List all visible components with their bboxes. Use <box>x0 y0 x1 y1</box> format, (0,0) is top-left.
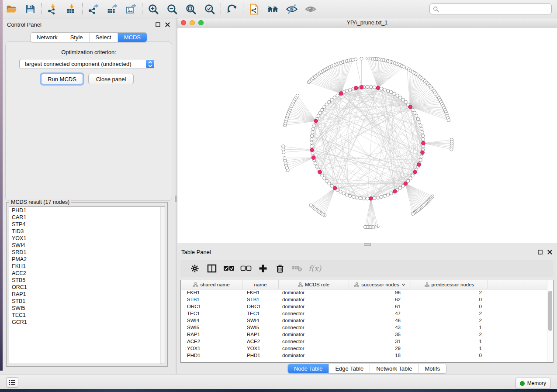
table-row-ORC1[interactable]: ORC1ORC1dominator610 <box>181 303 548 310</box>
tab-edge-table[interactable]: Edge Table <box>329 364 370 373</box>
zoom-fit-icon <box>185 3 197 15</box>
search-box[interactable] <box>429 3 552 14</box>
export-image-button[interactable] <box>125 3 137 15</box>
mcds-result-item[interactable]: TID3 <box>9 228 165 235</box>
mcds-result-item[interactable]: GCR1 <box>9 319 165 326</box>
memory-button[interactable]: Memory <box>515 378 550 389</box>
table-row-TEC1[interactable]: TEC1TEC1connector472 <box>181 310 548 317</box>
column-header-MCDS-role[interactable]: MCDS role <box>279 280 349 289</box>
export-network-button[interactable] <box>87 3 100 15</box>
cell-mcds_role: connector <box>279 311 349 316</box>
network-canvas[interactable] <box>177 28 557 243</box>
mcds-result-item[interactable]: SWI4 <box>9 242 165 249</box>
tab-mcds[interactable]: MCDS <box>118 33 147 42</box>
cell-successor_nodes: 31 <box>349 339 411 344</box>
refresh-button[interactable] <box>226 3 238 15</box>
float-panel-icon[interactable] <box>155 21 161 28</box>
mcds-result-item[interactable]: YOX1 <box>9 235 165 242</box>
trash-icon <box>276 264 284 273</box>
toolbar-separator <box>41 3 42 15</box>
close-panel-icon[interactable] <box>547 249 553 255</box>
zoom-selected-button[interactable] <box>204 3 216 15</box>
mcds-result-item[interactable]: STP4 <box>9 221 165 228</box>
search-input[interactable] <box>441 6 548 13</box>
mcds-list-scrollbar[interactable] <box>160 207 165 364</box>
table-row-ACE2[interactable]: ACE2ACE2connector311 <box>181 338 548 345</box>
table-row-FKH1[interactable]: FKH1FKH1dominator962 <box>181 289 548 296</box>
deselect-all-rows-button[interactable] <box>240 263 252 274</box>
column-header-name[interactable]: name <box>242 280 279 289</box>
export-table-button[interactable] <box>106 3 118 15</box>
tab-network-table[interactable]: Network Table <box>370 364 419 373</box>
mcds-result-item[interactable]: FKH1 <box>9 263 165 270</box>
mcds-result-item[interactable]: SWI5 <box>9 305 165 312</box>
open-file-button[interactable] <box>5 3 17 15</box>
column-header-shared-name[interactable]: shared name <box>181 280 242 289</box>
save-session-button[interactable] <box>24 3 36 15</box>
close-panel-icon[interactable] <box>164 21 170 28</box>
table-scrollbar[interactable] <box>547 280 553 362</box>
mcds-result-item[interactable]: STB1 <box>9 298 165 305</box>
import-network-icon <box>47 3 58 15</box>
mcds-result-item[interactable]: SRD1 <box>9 249 165 256</box>
cell-name: PHD1 <box>242 353 279 358</box>
mcds-result-item[interactable]: CAR1 <box>9 214 165 221</box>
mcds-result-item[interactable]: ORC1 <box>9 284 165 291</box>
tab-motifs[interactable]: Motifs <box>419 364 446 373</box>
mcds-result-list[interactable]: PHD1CAR1STP4TID3YOX1SWI4SRD1PMA2FKH1ACE2… <box>9 206 165 364</box>
eye-button[interactable] <box>304 3 317 15</box>
zoom-fit-button[interactable] <box>185 3 197 15</box>
cell-predecessor_nodes: 0 <box>411 297 488 302</box>
delete-columns-button[interactable] <box>274 263 286 274</box>
mcds-result-item[interactable]: PMA2 <box>9 256 165 263</box>
table-row-SWI5[interactable]: SWI5SWI5connector431 <box>181 324 548 331</box>
table-row-YOX1[interactable]: YOX1YOX1connector291 <box>181 345 548 352</box>
criterion-dropdown[interactable]: largest connected component (undirected) <box>19 59 155 69</box>
mcds-result-item[interactable]: STB5 <box>9 277 165 284</box>
table-settings-button[interactable] <box>189 263 201 274</box>
share-document-button[interactable] <box>248 3 260 15</box>
mcds-result-item[interactable]: RAP1 <box>9 291 165 298</box>
delete-table-button-disabled[interactable] <box>291 263 303 274</box>
cell-shared_name: RAP1 <box>181 332 242 337</box>
tab-style[interactable]: Style <box>64 33 90 42</box>
columns-icon <box>207 264 217 273</box>
unchecked-boxes-icon <box>240 265 252 272</box>
select-columns-button[interactable] <box>206 263 218 274</box>
table-row-PHD1[interactable]: PHD1PHD1dominator180 <box>181 352 548 359</box>
table-row-SWI4[interactable]: SWI4SWI4dominator462 <box>181 317 548 324</box>
zoom-in-button[interactable] <box>147 3 159 15</box>
float-panel-icon[interactable] <box>537 249 543 255</box>
table-row-RAP1[interactable]: RAP1RAP1dominator352 <box>181 331 548 338</box>
control-panel-title: Control Panel <box>7 21 42 28</box>
table-panel-title: Table Panel <box>181 249 211 255</box>
table-tab-bar: Node TableEdge TableNetwork TableMotifs <box>287 364 446 374</box>
table-row-STB1[interactable]: STB1STB1dominator620 <box>181 296 548 303</box>
cell-successor_nodes: 43 <box>349 325 411 330</box>
run-mcds-button[interactable]: Run MCDS <box>41 74 83 84</box>
close-panel-button[interactable]: Close panel <box>88 74 134 84</box>
mcds-result-title: MCDS result (17 nodes) <box>9 199 71 205</box>
mcds-result-item[interactable]: ACE2 <box>9 270 165 277</box>
column-header-predecessor-nodes[interactable]: predecessor nodes <box>411 280 488 289</box>
import-network-button[interactable] <box>46 3 59 15</box>
zoom-out-button[interactable] <box>166 3 178 15</box>
tab-node-table[interactable]: Node Table <box>288 364 329 373</box>
table-scrollbar-thumb[interactable] <box>548 291 552 331</box>
tab-network[interactable]: Network <box>31 33 64 42</box>
import-table-button[interactable] <box>65 3 77 15</box>
gear-icon <box>190 264 199 273</box>
splitter-handle[interactable] <box>175 196 176 202</box>
cell-name: SWI4 <box>242 318 279 323</box>
network-graph[interactable] <box>177 28 557 243</box>
mcds-result-item[interactable]: TEC1 <box>9 312 165 319</box>
hide-unhide-button[interactable] <box>286 3 298 15</box>
tab-select[interactable]: Select <box>90 33 118 42</box>
home-networks-button[interactable] <box>267 3 279 15</box>
function-builder-button-disabled[interactable]: f(x) <box>308 264 321 273</box>
mcds-result-item[interactable]: PHD1 <box>9 207 165 214</box>
task-history-button[interactable] <box>6 377 18 388</box>
create-column-button[interactable] <box>257 263 269 274</box>
select-all-rows-button[interactable] <box>223 263 235 274</box>
column-header-successor-nodes[interactable]: successor nodes <box>349 280 411 289</box>
